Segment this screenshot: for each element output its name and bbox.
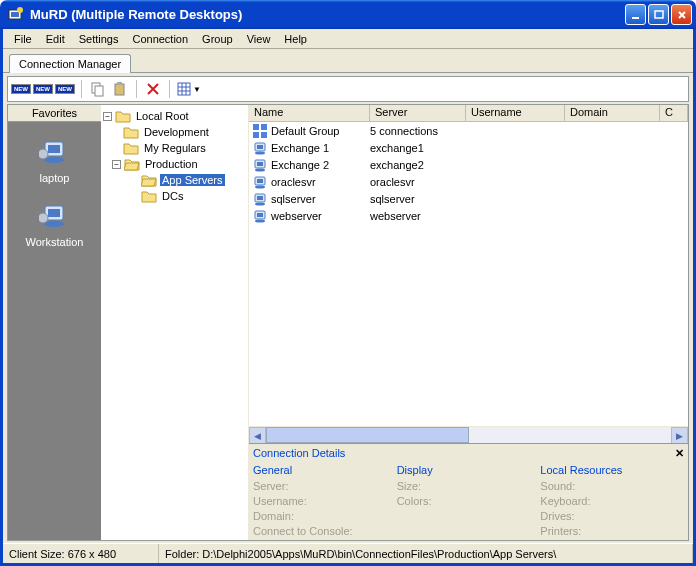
tree-production[interactable]: − Production: [103, 156, 246, 172]
column-domain[interactable]: Domain: [565, 105, 660, 121]
svg-rect-39: [257, 213, 263, 217]
tree-development[interactable]: Development: [103, 124, 246, 140]
new-button-1[interactable]: NEW: [12, 80, 30, 98]
menu-settings[interactable]: Settings: [72, 31, 126, 47]
minimize-button[interactable]: [625, 4, 646, 25]
menubar: File Edit Settings Connection Group View…: [3, 29, 693, 49]
status-folder: Folder: D:\Delphi2005\Apps\MuRD\bin\Conn…: [159, 544, 693, 563]
menu-edit[interactable]: Edit: [39, 31, 72, 47]
list-row[interactable]: Exchange 1exchange1: [249, 139, 688, 156]
row-name: Default Group: [271, 125, 370, 137]
list-header: Name Server Username Domain C: [249, 105, 688, 122]
details-field: Keyboard:: [540, 494, 684, 509]
folder-open-icon: [124, 158, 140, 171]
view-mode-button[interactable]: ▼: [177, 80, 201, 98]
svg-point-21: [39, 213, 48, 223]
column-c[interactable]: C: [660, 105, 688, 121]
computer-icon: [39, 136, 71, 168]
details-title: Connection Details: [253, 447, 345, 460]
tree-appservers[interactable]: App Servers: [103, 172, 246, 188]
svg-point-31: [255, 168, 265, 171]
menu-file[interactable]: File: [7, 31, 39, 47]
favorite-laptop[interactable]: laptop: [8, 132, 101, 196]
host-icon: [252, 174, 268, 190]
row-name: sqlserver: [271, 193, 370, 205]
menu-connection[interactable]: Connection: [125, 31, 195, 47]
list-row[interactable]: Default Group5 connections: [249, 122, 688, 139]
host-icon: [252, 140, 268, 156]
list-row[interactable]: oraclesvroraclesvr: [249, 173, 688, 190]
host-icon: [252, 208, 268, 224]
maximize-button[interactable]: [648, 4, 669, 25]
toolbar-separator: [169, 80, 170, 98]
svg-rect-3: [632, 17, 639, 19]
details-field: Connect to Console:: [253, 524, 397, 539]
tree-root[interactable]: − Local Root: [103, 108, 246, 124]
delete-button[interactable]: [144, 80, 162, 98]
svg-rect-22: [253, 124, 259, 130]
menu-view[interactable]: View: [240, 31, 278, 47]
list-row[interactable]: Exchange 2exchange2: [249, 156, 688, 173]
computer-icon: [39, 200, 71, 232]
favorite-workstation[interactable]: Workstation: [8, 196, 101, 260]
scroll-right-button[interactable]: ▶: [671, 427, 688, 444]
details-col-header: Local Resources: [540, 464, 684, 476]
svg-rect-33: [257, 179, 263, 183]
titlebar: MuRD (Multiple Remote Desktops): [0, 0, 696, 29]
svg-rect-4: [655, 11, 663, 18]
row-server: oraclesvr: [370, 176, 688, 188]
list-row[interactable]: sqlserversqlserver: [249, 190, 688, 207]
scroll-track[interactable]: [266, 427, 671, 443]
favorite-label: Workstation: [8, 236, 101, 248]
app-icon: [8, 7, 24, 23]
status-clientsize: Client Size: 676 x 480: [3, 544, 159, 563]
svg-point-40: [255, 219, 265, 222]
favorites-header: Favorites: [8, 105, 101, 122]
menu-group[interactable]: Group: [195, 31, 240, 47]
svg-rect-27: [257, 145, 263, 149]
svg-point-2: [17, 7, 23, 13]
close-button[interactable]: [671, 4, 692, 25]
row-name: Exchange 1: [271, 142, 370, 154]
paste-button[interactable]: [111, 80, 129, 98]
details-column: GeneralServer:Username:Domain:Connect to…: [253, 464, 397, 539]
menu-help[interactable]: Help: [277, 31, 314, 47]
main-area: Favorites laptop Workstation: [7, 104, 689, 541]
copy-button[interactable]: [89, 80, 107, 98]
column-name[interactable]: Name: [249, 105, 370, 121]
row-server: exchange2: [370, 159, 688, 171]
scroll-left-button[interactable]: ◀: [249, 427, 266, 444]
tree-dcs[interactable]: DCs: [103, 188, 246, 204]
tab-connection-manager[interactable]: Connection Manager: [9, 54, 131, 73]
collapse-icon[interactable]: −: [112, 160, 121, 169]
favorite-label: laptop: [8, 172, 101, 184]
new-button-3[interactable]: NEW: [56, 80, 74, 98]
chevron-down-icon: ▼: [193, 85, 201, 94]
host-icon: [252, 157, 268, 173]
list-row[interactable]: webserverwebserver: [249, 207, 688, 224]
scroll-thumb[interactable]: [266, 427, 469, 443]
details-close-button[interactable]: ✕: [675, 447, 684, 460]
svg-rect-30: [257, 162, 263, 166]
collapse-icon[interactable]: −: [103, 112, 112, 121]
details-field: Server:: [253, 479, 397, 494]
svg-rect-8: [117, 82, 122, 85]
row-name: webserver: [271, 210, 370, 222]
details-panel: Connection Details ✕ GeneralServer:Usern…: [249, 443, 688, 540]
horizontal-scrollbar[interactable]: ◀ ▶: [249, 426, 688, 443]
svg-point-37: [255, 202, 265, 205]
column-server[interactable]: Server: [370, 105, 466, 121]
folder-open-icon: [141, 174, 157, 187]
toolbar: NEW NEW NEW ▼: [7, 76, 689, 102]
details-field: Size:: [397, 479, 541, 494]
svg-point-16: [44, 157, 64, 163]
row-name: Exchange 2: [271, 159, 370, 171]
details-column: Local ResourcesSound:Keyboard:Drives:Pri…: [540, 464, 684, 539]
svg-rect-19: [48, 209, 60, 217]
details-col-header: Display: [397, 464, 541, 476]
row-server: webserver: [370, 210, 688, 222]
svg-rect-15: [48, 145, 60, 153]
tree-myregulars[interactable]: My Regulars: [103, 140, 246, 156]
new-button-2[interactable]: NEW: [34, 80, 52, 98]
column-username[interactable]: Username: [466, 105, 565, 121]
